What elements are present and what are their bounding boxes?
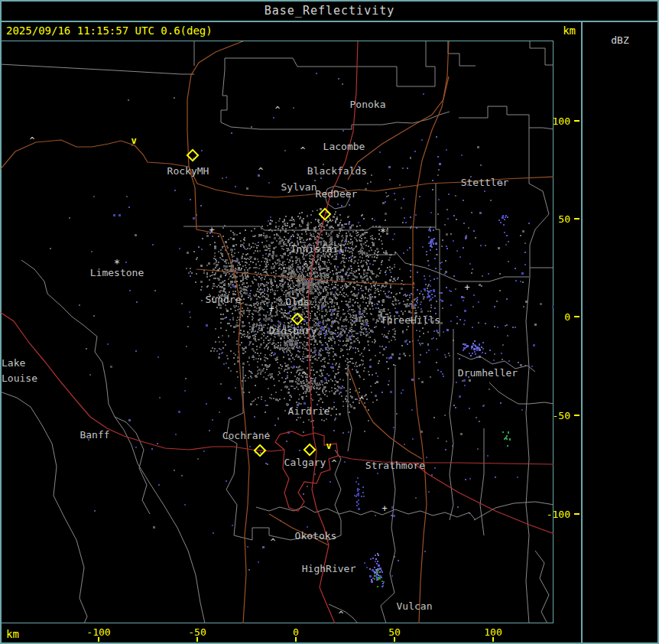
colorbar-title: dBZ [601, 34, 639, 46]
y-tick-mark [574, 513, 579, 515]
y-tick-mark [574, 218, 579, 220]
y-tick-mark [574, 415, 579, 416]
x-tick-label: -50 [188, 626, 206, 638]
x-tick-label: 50 [388, 626, 401, 638]
x-tick-label: -100 [86, 626, 110, 638]
radar-map-canvas[interactable] [0, 41, 553, 623]
title-bar: Base_Reflectivity [0, 0, 659, 21]
page-title: Base_Reflectivity [265, 4, 395, 18]
x-tick-label: 0 [293, 626, 299, 638]
x-tick-mark [295, 637, 297, 642]
scan-timestamp: 2025/09/16 11:15:57 UTC 0.6(deg) [6, 24, 213, 37]
y-tick-label: -50 [537, 410, 570, 421]
y-axis [535, 41, 581, 624]
x-axis-unit-label: km [6, 628, 19, 640]
y-tick-label: 50 [537, 213, 570, 225]
y-tick-mark [574, 316, 579, 317]
x-tick-mark [98, 637, 99, 642]
y-tick-label: 0 [537, 311, 570, 323]
y-tick-label: 100 [537, 115, 570, 127]
x-tick-mark [394, 637, 395, 642]
x-tick-mark [492, 637, 494, 642]
x-tick-label: 100 [484, 626, 502, 638]
y-tick-label: -100 [537, 509, 570, 520]
y-tick-mark [574, 120, 579, 122]
x-tick-mark [196, 637, 198, 642]
radar-application-window: { "window": { "title": "Base_Reflectivit… [0, 0, 659, 644]
y-axis-unit-label: km [537, 24, 576, 37]
reflectivity-colorbar: dBZ 807065605754514845423936333020100-10… [582, 21, 657, 642]
